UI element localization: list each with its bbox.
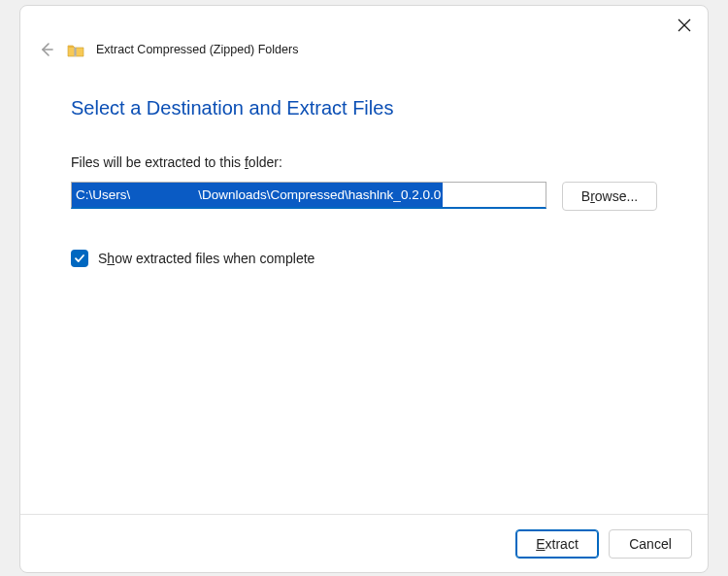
close-icon xyxy=(678,18,691,32)
browse-pre: B xyxy=(581,188,590,204)
path-prefix: C:\Users\ xyxy=(76,182,130,209)
checkbox-pre: S xyxy=(98,251,107,266)
destination-path-input[interactable]: C:\Users\\Downloads\Compressed\hashlnk_0… xyxy=(71,182,546,209)
prompt-prefix: Files will be extracted to this xyxy=(71,154,245,170)
back-arrow-icon xyxy=(39,42,54,57)
path-row: C:\Users\\Downloads\Compressed\hashlnk_0… xyxy=(71,182,657,211)
titlebar xyxy=(20,6,708,41)
browse-post: owse... xyxy=(595,188,638,204)
close-button[interactable] xyxy=(671,12,698,39)
cancel-button[interactable]: Cancel xyxy=(609,529,692,559)
checkbox-hotkey: h xyxy=(107,251,115,266)
show-extracted-checkbox[interactable] xyxy=(71,250,88,267)
path-selection: C:\Users\\Downloads\Compressed\hashlnk_0… xyxy=(72,183,443,207)
content-area: Select a Destination and Extract Files F… xyxy=(20,62,708,514)
header-row: Extract Compressed (Zipped) Folders xyxy=(20,41,708,62)
extract-button[interactable]: Extract xyxy=(515,529,599,559)
svg-rect-3 xyxy=(75,48,77,56)
checkmark-icon xyxy=(74,253,85,264)
prompt-suffix: older: xyxy=(248,154,282,170)
folder-prompt-label: Files will be extracted to this folder: xyxy=(71,154,657,170)
page-heading: Select a Destination and Extract Files xyxy=(71,97,657,119)
browse-button[interactable]: Browse... xyxy=(562,182,657,211)
checkbox-post: ow extracted files when complete xyxy=(115,251,314,266)
extract-hotkey: E xyxy=(536,536,545,552)
show-extracted-label[interactable]: Show extracted files when complete xyxy=(98,251,314,266)
zipped-folder-icon xyxy=(67,43,84,57)
path-suffix: \Downloads\Compressed\hashlnk_0.2.0.0 xyxy=(198,182,441,209)
back-button[interactable] xyxy=(38,41,55,58)
extract-wizard-dialog: Extract Compressed (Zipped) Folders Sele… xyxy=(19,5,709,573)
path-redacted-segment xyxy=(130,183,198,207)
show-extracted-checkbox-row: Show extracted files when complete xyxy=(71,250,657,267)
extract-post: xtract xyxy=(546,536,579,552)
dialog-title: Extract Compressed (Zipped) Folders xyxy=(96,43,298,56)
dialog-footer: Extract Cancel xyxy=(20,514,708,572)
